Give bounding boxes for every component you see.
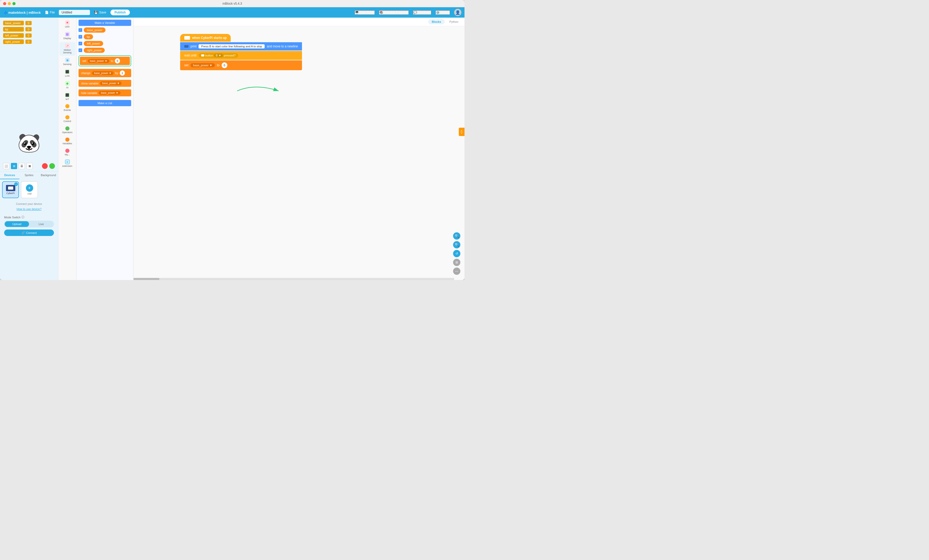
cat-my-blocks[interactable]: My...: [59, 147, 75, 158]
var-check-base-power: ✓ base_power: [78, 28, 131, 33]
tab-python[interactable]: Python: [446, 19, 462, 24]
tab-blocks[interactable]: Blocks: [428, 19, 445, 24]
check-left-power[interactable]: ✓: [78, 42, 82, 45]
go-button[interactable]: [49, 163, 55, 169]
user-guide-button[interactable]: 🖥️ User Guide: [354, 10, 375, 15]
button-condition[interactable]: button B ▼ pressed?: [199, 53, 238, 58]
project-title-input[interactable]: [59, 10, 90, 15]
fit-view-btn[interactable]: ⊞: [453, 259, 460, 266]
button-value-dropdown[interactable]: B ▼: [214, 54, 223, 57]
cat-operators[interactable]: Operators: [59, 125, 75, 135]
how-to-use-link[interactable]: How to use device?: [17, 208, 41, 211]
var-item: base_power 0: [3, 21, 55, 25]
horizontal-scrollbar[interactable]: [133, 278, 454, 280]
publish-button[interactable]: Publish: [110, 9, 130, 15]
zoom-controls: 🔍 🔍 ↺ ⊞ —: [453, 233, 460, 275]
var-base-power-pill[interactable]: base_power: [84, 28, 106, 33]
show-variable-block[interactable]: show variable base_power ▼: [78, 80, 131, 87]
live-mode-btn[interactable]: Live: [29, 221, 54, 227]
set-value-input[interactable]: 0: [115, 58, 120, 63]
led-icon: ■: [65, 20, 70, 25]
change-var-dropdown[interactable]: base_power ▼: [92, 71, 113, 75]
brand-logo: 🔷 makeblock | mBlock: [3, 11, 41, 14]
scrollbar-thumb[interactable]: [133, 278, 159, 280]
feedback-button[interactable]: 💬 Feedback: [413, 10, 431, 15]
device-remove-btn[interactable]: ×: [14, 182, 18, 186]
view-code-btn[interactable]: ⬜: [3, 163, 9, 169]
check-base-power[interactable]: ✓: [78, 28, 82, 32]
canvas-set-var-dropdown[interactable]: base_power ▼: [190, 63, 215, 67]
cat-ai-label: AI: [66, 86, 69, 89]
set-block-highlighted[interactable]: set base_power ▼ to 0: [80, 57, 130, 65]
iot-icon: ⬛: [65, 93, 70, 97]
blocks-panel: Make a Variable ✓ base_power ✓ kp ✓ left…: [77, 18, 133, 280]
var-left-power-pill[interactable]: left_power: [84, 41, 103, 46]
tab-sprites[interactable]: Sprites: [20, 171, 39, 179]
file-menu[interactable]: 📄 File: [43, 9, 57, 15]
var-base-power-value: 0: [25, 21, 32, 25]
check-kp[interactable]: ✓: [78, 35, 82, 38]
set-var-dropdown[interactable]: base_power ▼: [88, 59, 109, 63]
minimize-button[interactable]: [8, 2, 11, 5]
wait-until-block[interactable]: wait until button B ▼ pressed?: [180, 51, 302, 60]
stop-button[interactable]: [42, 163, 48, 169]
avatar[interactable]: 👤: [454, 9, 461, 16]
set-label: set: [83, 59, 86, 63]
print-block[interactable]: print Press B to start color line follow…: [180, 42, 302, 50]
save-button[interactable]: 💾 Save: [92, 9, 108, 15]
make-variable-button[interactable]: Make a Variable: [78, 20, 131, 26]
check-right-power[interactable]: ✓: [78, 49, 82, 52]
setting-button[interactable]: ⚙️ Setting: [435, 10, 450, 15]
change-value-input[interactable]: 1: [120, 70, 125, 76]
print-label: print: [190, 44, 196, 48]
cat-sensing[interactable]: ◉ Sensing: [59, 56, 75, 67]
event-label: when CyberPi starts up: [192, 36, 227, 40]
zoom-in-btn[interactable]: 🔍: [453, 233, 460, 240]
var-kp-pill[interactable]: kp: [84, 34, 93, 39]
cat-lan[interactable]: ⬛ LAN: [59, 68, 75, 79]
canvas-set-block[interactable]: set base_power ▼ to 0: [180, 60, 302, 70]
upload-mode-btn[interactable]: Upload: [5, 221, 29, 227]
connect-device-btn[interactable]: 🔗 Connect: [4, 230, 54, 236]
tab-background[interactable]: Background: [38, 171, 58, 179]
view-grid-btn[interactable]: ⊠: [26, 163, 33, 169]
cat-events[interactable]: Events: [59, 103, 75, 113]
hide-var-dropdown[interactable]: base_power ▼: [99, 91, 120, 95]
cat-display[interactable]: ▦ Display: [59, 30, 75, 41]
cat-variables[interactable]: Variables: [59, 136, 75, 147]
panda-mascot: 🐼: [17, 132, 41, 154]
event-hat-block[interactable]: when CyberPi starts up: [180, 34, 231, 42]
cat-extension[interactable]: + extension: [59, 158, 75, 169]
center-view-btn[interactable]: —: [453, 268, 460, 275]
show-variable-label: show variable: [81, 82, 98, 85]
canvas-set-value[interactable]: 0: [222, 63, 227, 68]
var-right-power-value: 0: [25, 40, 32, 44]
cat-led[interactable]: ■ LED: [59, 18, 75, 30]
cat-control[interactable]: Control: [59, 114, 75, 124]
close-button[interactable]: [3, 2, 6, 5]
view-list-btn[interactable]: ☰: [19, 163, 25, 169]
cat-motion-sensing[interactable]: ↗ Motion Sensing: [59, 42, 75, 56]
cyberpi-screen: [8, 187, 13, 190]
tab-devices[interactable]: Devices: [0, 171, 20, 179]
print-suffix: and move to a newline: [267, 44, 298, 48]
cat-ai[interactable]: ◆ AI: [59, 80, 75, 91]
var-right-power-pill[interactable]: right_power: [84, 47, 105, 53]
cyberpi-icon: [6, 185, 15, 191]
print-text-input[interactable]: Press B to start color line following an…: [199, 44, 265, 49]
code-xml-toggle[interactable]: </>: [459, 128, 464, 136]
hide-variable-block[interactable]: hide variable base_power ▼: [78, 89, 131, 96]
canvas-block-group: when CyberPi starts up print Press B to …: [180, 34, 302, 70]
zoom-out-btn[interactable]: 🔍: [453, 241, 460, 248]
pressed-label: pressed?: [224, 54, 236, 57]
cat-iot[interactable]: ⬛ IoT: [59, 91, 75, 102]
maximize-button[interactable]: [12, 2, 15, 5]
cyberpi-device-card[interactable]: × CyberPi: [2, 181, 19, 198]
show-var-dropdown[interactable]: base_power ▼: [100, 81, 121, 85]
add-device-card[interactable]: + Add: [21, 181, 38, 198]
reset-view-btn[interactable]: ↺: [453, 250, 460, 257]
example-programs-button[interactable]: 📚 Example Programs: [379, 10, 409, 15]
view-blocks-btn[interactable]: ⊞: [11, 163, 17, 169]
make-list-button[interactable]: Make a List: [78, 100, 131, 106]
change-block[interactable]: change base_power ▼ by 1: [78, 69, 131, 77]
